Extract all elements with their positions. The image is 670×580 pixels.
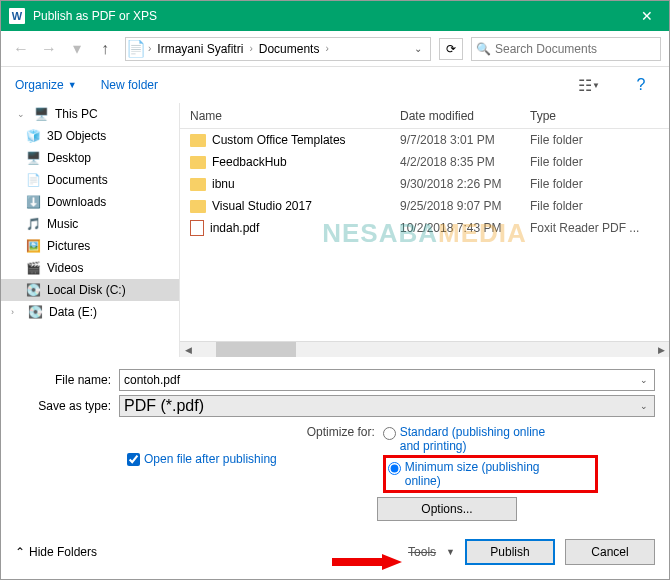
save-type-label: Save as type: — [15, 399, 119, 413]
watermark: NESABAMEDIA — [322, 218, 527, 249]
column-date[interactable]: Date modified — [400, 109, 530, 123]
refresh-button[interactable]: ⟳ — [439, 38, 463, 60]
nav-bar: ← → ▾ ↑ 📄 › Irmayani Syafitri › Document… — [1, 31, 669, 67]
sidebar-music[interactable]: 🎵Music — [1, 213, 179, 235]
file-name-field[interactable]: ⌄ — [119, 369, 655, 391]
chevron-right-icon[interactable]: › — [323, 43, 330, 54]
folder-icon — [190, 178, 206, 191]
column-name[interactable]: Name — [190, 109, 400, 123]
file-date: 9/7/2018 3:01 PM — [400, 133, 530, 147]
publish-button[interactable]: Publish — [465, 539, 555, 565]
view-button[interactable]: ☷ ▼ — [575, 74, 603, 96]
file-type: File folder — [530, 199, 669, 213]
close-button[interactable]: ✕ — [625, 1, 669, 31]
column-headers[interactable]: Name Date modified Type — [180, 103, 669, 129]
chevron-right-icon[interactable]: › — [146, 43, 153, 54]
file-name-label: File name: — [15, 373, 119, 387]
file-row[interactable]: ibnu9/30/2018 2:26 PMFile folder — [180, 173, 669, 195]
pdf-icon — [190, 220, 204, 236]
sidebar-downloads[interactable]: ⬇️Downloads — [1, 191, 179, 213]
file-name: FeedbackHub — [212, 155, 287, 169]
scroll-left-icon[interactable]: ◀ — [180, 342, 196, 357]
file-row[interactable]: FeedbackHub4/2/2018 8:35 PMFile folder — [180, 151, 669, 173]
sidebar-pictures[interactable]: 🖼️Pictures — [1, 235, 179, 257]
scroll-thumb[interactable] — [216, 342, 296, 357]
file-type: File folder — [530, 155, 669, 169]
sidebar-local-disk-c[interactable]: 💽Local Disk (C:) — [1, 279, 179, 301]
new-folder-button[interactable]: New folder — [101, 78, 158, 92]
optimize-standard-input[interactable] — [383, 427, 396, 440]
toolbar: Organize ▼ New folder ☷ ▼ ? — [1, 67, 669, 103]
sidebar-data-e[interactable]: ›💽Data (E:) — [1, 301, 179, 323]
sidebar-3d-objects[interactable]: 🧊3D Objects — [1, 125, 179, 147]
file-date: 9/25/2018 9:07 PM — [400, 199, 530, 213]
sidebar-desktop[interactable]: 🖥️Desktop — [1, 147, 179, 169]
chevron-up-icon: ⌃ — [15, 545, 25, 559]
search-icon: 🔍 — [476, 42, 491, 56]
folder-icon — [190, 156, 206, 169]
back-button[interactable]: ← — [9, 37, 33, 61]
horizontal-scrollbar[interactable]: ◀ ▶ — [180, 341, 669, 357]
pc-icon: 🖥️ — [33, 106, 49, 122]
disk-icon: 💽 — [27, 304, 43, 320]
optimize-minimum-input[interactable] — [388, 462, 401, 475]
3d-icon: 🧊 — [25, 128, 41, 144]
music-icon: 🎵 — [25, 216, 41, 232]
file-name: Visual Studio 2017 — [212, 199, 312, 213]
save-type-dropdown[interactable]: ⌄ — [638, 401, 650, 411]
videos-icon: 🎬 — [25, 260, 41, 276]
breadcrumb-user[interactable]: Irmayani Syafitri — [155, 42, 245, 56]
tools-menu[interactable]: Tools — [408, 545, 436, 559]
file-name: indah.pdf — [210, 221, 259, 235]
downloads-icon: ⬇️ — [25, 194, 41, 210]
address-bar[interactable]: 📄 › Irmayani Syafitri › Documents › ⌄ — [125, 37, 431, 61]
disk-icon: 💽 — [25, 282, 41, 298]
file-row[interactable]: Custom Office Templates9/7/2018 3:01 PMF… — [180, 129, 669, 151]
folder-icon — [190, 200, 206, 213]
file-name-input[interactable] — [124, 373, 638, 387]
breadcrumb-folder[interactable]: Documents — [257, 42, 322, 56]
documents-icon: 📄 — [25, 172, 41, 188]
file-name: ibnu — [212, 177, 235, 191]
sidebar-documents[interactable]: 📄Documents — [1, 169, 179, 191]
desktop-icon: 🖥️ — [25, 150, 41, 166]
organize-menu[interactable]: Organize ▼ — [15, 78, 77, 92]
folder-icon — [190, 134, 206, 147]
forward-button[interactable]: → — [37, 37, 61, 61]
sidebar-videos[interactable]: 🎬Videos — [1, 257, 179, 279]
up-button[interactable]: ↑ — [93, 37, 117, 61]
recent-dropdown[interactable]: ▾ — [65, 37, 89, 61]
window-title: Publish as PDF or XPS — [33, 9, 625, 23]
file-name: Custom Office Templates — [212, 133, 346, 147]
optimize-minimum-radio[interactable]: Minimum size (publishing online) — [383, 455, 598, 493]
file-date: 9/30/2018 2:26 PM — [400, 177, 530, 191]
file-list-pane: NESABAMEDIA Name Date modified Type Cust… — [179, 103, 669, 357]
svg-marker-0 — [332, 554, 402, 570]
file-type: Foxit Reader PDF ... — [530, 221, 669, 235]
file-row[interactable]: Visual Studio 20179/25/2018 9:07 PMFile … — [180, 195, 669, 217]
footer: ⌃ Hide Folders Tools ▼ Publish Cancel — [1, 529, 669, 575]
search-input[interactable] — [495, 42, 656, 56]
open-after-checkbox[interactable]: Open file after publishing — [127, 425, 277, 493]
help-button[interactable]: ? — [627, 74, 655, 96]
file-name-dropdown[interactable]: ⌄ — [638, 375, 650, 385]
options-button[interactable]: Options... — [377, 497, 517, 521]
optimize-standard-radio[interactable]: Standard (publishing online and printing… — [383, 425, 598, 453]
hide-folders-button[interactable]: ⌃ Hide Folders — [15, 545, 97, 559]
column-type[interactable]: Type — [530, 109, 669, 123]
annotation-arrow — [332, 554, 402, 570]
open-after-input[interactable] — [127, 453, 140, 466]
chevron-right-icon[interactable]: › — [247, 43, 254, 54]
search-box[interactable]: 🔍 — [471, 37, 661, 61]
scroll-right-icon[interactable]: ▶ — [653, 342, 669, 357]
address-dropdown[interactable]: ⌄ — [408, 43, 428, 54]
title-bar: W Publish as PDF or XPS ✕ — [1, 1, 669, 31]
sidebar-this-pc[interactable]: ⌄🖥️This PC — [1, 103, 179, 125]
sidebar: ⌄🖥️This PC 🧊3D Objects 🖥️Desktop 📄Docume… — [1, 103, 179, 357]
cancel-button[interactable]: Cancel — [565, 539, 655, 565]
save-panel: File name: ⌄ Save as type: PDF (*.pdf) ⌄… — [1, 357, 669, 529]
file-date: 4/2/2018 8:35 PM — [400, 155, 530, 169]
file-type: File folder — [530, 177, 669, 191]
save-type-field[interactable]: PDF (*.pdf) ⌄ — [119, 395, 655, 417]
save-type-value: PDF (*.pdf) — [124, 397, 638, 415]
